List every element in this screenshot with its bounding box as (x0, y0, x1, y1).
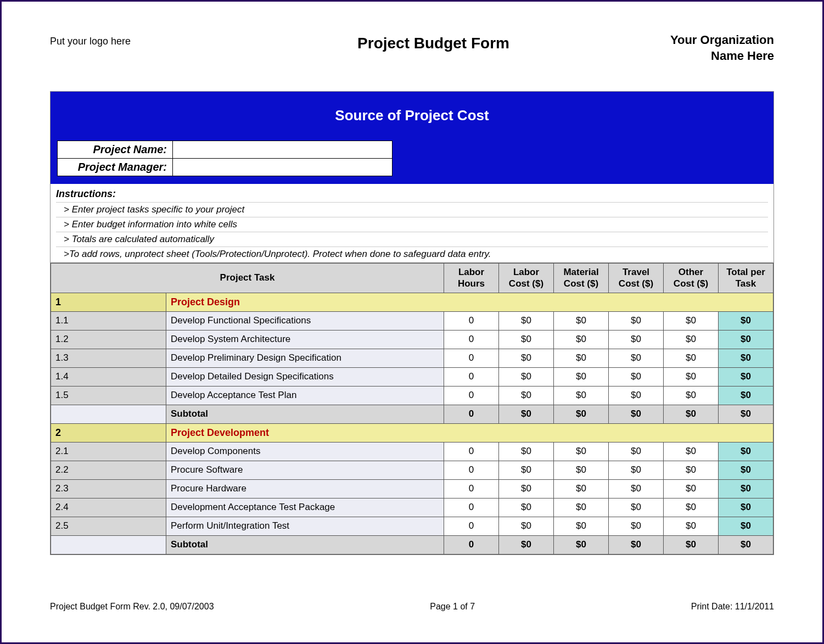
material-cost-cell[interactable]: $0 (554, 479, 609, 498)
material-cost-cell[interactable]: $0 (554, 367, 609, 386)
labor-cost-cell[interactable]: $0 (499, 498, 554, 517)
organization-name: Your Organization Name Here (670, 32, 774, 64)
other-cost-cell[interactable]: $0 (664, 517, 719, 535)
labor-cost-cell[interactable]: $0 (499, 386, 554, 405)
labor-hours-cell[interactable]: 0 (444, 461, 499, 479)
other-cost-cell[interactable]: $0 (664, 349, 719, 367)
col-labor-hours: Labor Hours (444, 264, 499, 293)
labor-hours-cell[interactable]: 0 (444, 349, 499, 367)
labor-cost-cell[interactable]: $0 (499, 461, 554, 479)
labor-cost-cell[interactable]: $0 (499, 311, 554, 330)
task-name[interactable]: Procure Hardware (166, 479, 444, 498)
project-name-input[interactable] (173, 141, 393, 159)
page-header: Put your logo here Project Budget Form Y… (50, 32, 774, 64)
other-cost-cell[interactable]: $0 (664, 386, 719, 405)
budget-grid: Project Task Labor Hours Labor Cost ($) … (51, 263, 773, 555)
labor-cost-cell[interactable]: $0 (499, 349, 554, 367)
other-cost-cell[interactable]: $0 (664, 311, 719, 330)
total-cell: $0 (719, 517, 773, 535)
task-name[interactable]: Procure Software (166, 461, 444, 479)
instruction-line: >To add rows, unprotect sheet (Tools/Pro… (56, 247, 768, 261)
task-name[interactable]: Develop System Architecture (166, 330, 444, 349)
labor-cost-cell[interactable]: $0 (499, 442, 554, 461)
subtotal-other: $0 (664, 535, 719, 554)
material-cost-cell[interactable]: $0 (554, 330, 609, 349)
labor-hours-cell[interactable]: 0 (444, 367, 499, 386)
task-name[interactable]: Perform Unit/Integration Test (166, 517, 444, 535)
other-cost-cell[interactable]: $0 (664, 330, 719, 349)
subtotal-spacer (51, 535, 166, 554)
subtotal-row: Subtotal0$0$0$0$0$0 (51, 535, 773, 554)
task-row: 2.4Development Acceptance Test Package0$… (51, 498, 773, 517)
total-cell: $0 (719, 479, 773, 498)
other-cost-cell[interactable]: $0 (664, 367, 719, 386)
col-other-cost: Other Cost ($) (664, 264, 719, 293)
task-name[interactable]: Develop Components (166, 442, 444, 461)
task-name[interactable]: Develop Detailed Design Specifications (166, 367, 444, 386)
other-cost-cell[interactable]: $0 (664, 498, 719, 517)
material-cost-cell[interactable]: $0 (554, 349, 609, 367)
task-name[interactable]: Development Acceptance Test Package (166, 498, 444, 517)
task-name[interactable]: Develop Acceptance Test Plan (166, 386, 444, 405)
labor-hours-cell[interactable]: 0 (444, 386, 499, 405)
task-row: 1.4Develop Detailed Design Specification… (51, 367, 773, 386)
subtotal-row: Subtotal0$0$0$0$0$0 (51, 405, 773, 423)
task-number: 2.1 (51, 442, 166, 461)
task-number: 2.4 (51, 498, 166, 517)
task-row: 1.5Develop Acceptance Test Plan0$0$0$0$0… (51, 386, 773, 405)
section-title: Project Design (166, 293, 773, 311)
material-cost-cell[interactable]: $0 (554, 311, 609, 330)
labor-cost-cell[interactable]: $0 (499, 479, 554, 498)
labor-hours-cell[interactable]: 0 (444, 479, 499, 498)
subtotal-spacer (51, 405, 166, 423)
subtotal-total: $0 (719, 405, 773, 423)
subtotal-total: $0 (719, 535, 773, 554)
travel-cost-cell[interactable]: $0 (609, 442, 664, 461)
material-cost-cell[interactable]: $0 (554, 517, 609, 535)
total-cell: $0 (719, 386, 773, 405)
material-cost-cell[interactable]: $0 (554, 386, 609, 405)
col-project-task: Project Task (51, 264, 444, 293)
material-cost-cell[interactable]: $0 (554, 498, 609, 517)
section-title: Project Development (166, 423, 773, 442)
total-cell: $0 (719, 349, 773, 367)
task-number: 1.4 (51, 367, 166, 386)
travel-cost-cell[interactable]: $0 (609, 330, 664, 349)
travel-cost-cell[interactable]: $0 (609, 517, 664, 535)
travel-cost-cell[interactable]: $0 (609, 367, 664, 386)
task-number: 1.2 (51, 330, 166, 349)
labor-hours-cell[interactable]: 0 (444, 498, 499, 517)
labor-hours-cell[interactable]: 0 (444, 311, 499, 330)
col-material-cost: Material Cost ($) (554, 264, 609, 293)
travel-cost-cell[interactable]: $0 (609, 349, 664, 367)
footer-print-date: Print Date: 11/1/2011 (691, 602, 774, 612)
col-total-per-task: Total per Task (719, 264, 773, 293)
project-manager-label: Project Manager: (58, 159, 173, 176)
other-cost-cell[interactable]: $0 (664, 461, 719, 479)
task-number: 1.5 (51, 386, 166, 405)
labor-cost-cell[interactable]: $0 (499, 517, 554, 535)
instruction-line: > Enter budget information into white ce… (56, 217, 768, 232)
travel-cost-cell[interactable]: $0 (609, 386, 664, 405)
other-cost-cell[interactable]: $0 (664, 442, 719, 461)
travel-cost-cell[interactable]: $0 (609, 498, 664, 517)
labor-cost-cell[interactable]: $0 (499, 330, 554, 349)
task-name[interactable]: Develop Preliminary Design Specification (166, 349, 444, 367)
material-cost-cell[interactable]: $0 (554, 461, 609, 479)
travel-cost-cell[interactable]: $0 (609, 311, 664, 330)
travel-cost-cell[interactable]: $0 (609, 479, 664, 498)
project-manager-input[interactable] (173, 159, 393, 176)
task-number: 2.5 (51, 517, 166, 535)
labor-cost-cell[interactable]: $0 (499, 367, 554, 386)
labor-hours-cell[interactable]: 0 (444, 330, 499, 349)
task-name[interactable]: Develop Functional Specifications (166, 311, 444, 330)
task-row: 2.5Perform Unit/Integration Test0$0$0$0$… (51, 517, 773, 535)
subtotal-other: $0 (664, 405, 719, 423)
section-title: Source of Project Cost (51, 107, 773, 124)
travel-cost-cell[interactable]: $0 (609, 461, 664, 479)
source-of-cost-header: Source of Project Cost Project Name: Pro… (51, 92, 773, 184)
other-cost-cell[interactable]: $0 (664, 479, 719, 498)
material-cost-cell[interactable]: $0 (554, 442, 609, 461)
labor-hours-cell[interactable]: 0 (444, 442, 499, 461)
labor-hours-cell[interactable]: 0 (444, 517, 499, 535)
